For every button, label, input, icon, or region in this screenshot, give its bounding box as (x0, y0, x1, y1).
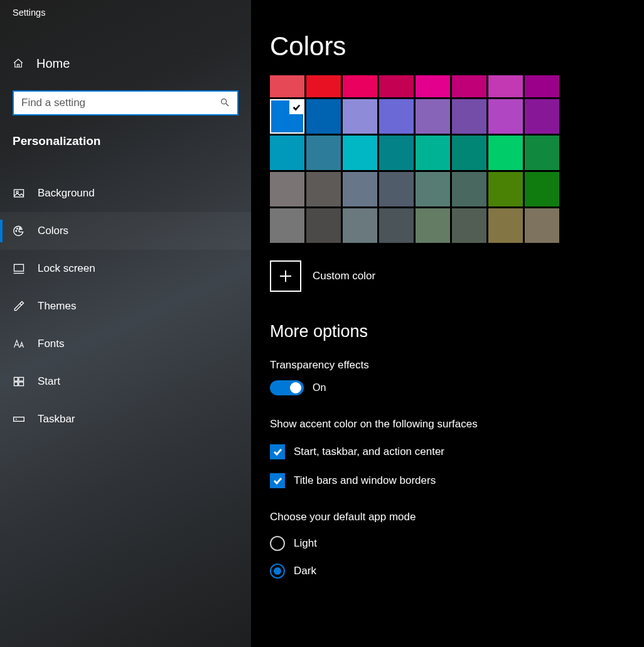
color-swatch[interactable] (306, 99, 341, 134)
color-swatch[interactable] (452, 136, 486, 170)
color-swatch[interactable] (452, 99, 486, 134)
color-swatch[interactable] (379, 75, 414, 97)
color-swatch[interactable] (306, 75, 341, 97)
main-content: Colors Custom color More options Transpa… (251, 0, 644, 647)
app-mode-option[interactable]: Dark (270, 564, 644, 579)
color-swatch[interactable] (416, 99, 450, 134)
sidebar-item-label: Taskbar (38, 413, 75, 425)
sidebar-item-colors[interactable]: Colors (0, 212, 251, 250)
taskbar-icon (13, 413, 25, 425)
palette-icon (13, 225, 25, 237)
color-swatch[interactable] (379, 172, 414, 206)
checkbox-label: Title bars and window borders (294, 474, 436, 487)
transparency-label: Transparency effects (270, 359, 644, 372)
color-swatch[interactable] (452, 75, 486, 97)
custom-color-row[interactable]: Custom color (270, 260, 644, 292)
sidebar-item-label: Start (38, 375, 60, 388)
color-swatch[interactable] (343, 99, 377, 134)
color-swatch[interactable] (270, 75, 304, 97)
sidebar-item-label: Colors (38, 225, 68, 237)
nav-home[interactable]: Home (0, 48, 251, 79)
svg-rect-11 (14, 377, 18, 381)
custom-color-label: Custom color (313, 270, 375, 282)
custom-color-button[interactable] (270, 260, 301, 292)
section-header: Personalization (0, 115, 251, 148)
svg-rect-13 (14, 382, 18, 386)
search-icon (220, 97, 230, 109)
color-swatch[interactable] (270, 208, 304, 243)
color-swatch[interactable] (525, 75, 559, 97)
nav-home-label: Home (36, 56, 70, 71)
app-title: Settings (0, 0, 251, 18)
color-swatch[interactable] (416, 136, 450, 170)
sidebar-item-fonts[interactable]: Fonts (0, 325, 251, 363)
color-swatch[interactable] (416, 75, 450, 97)
surface-check-row[interactable]: Start, taskbar, and action center (270, 444, 644, 459)
app-mode-option[interactable]: Light (270, 536, 644, 551)
radio-button[interactable] (270, 536, 285, 551)
svg-line-1 (226, 104, 228, 106)
color-swatch[interactable] (525, 172, 559, 206)
sidebar-item-start[interactable]: Start (0, 363, 251, 400)
sidebar-nav: BackgroundColorsLock screenThemesFontsSt… (0, 174, 251, 438)
color-swatch[interactable] (343, 75, 377, 97)
brush-icon (13, 300, 25, 313)
color-swatch[interactable] (306, 136, 341, 170)
color-swatch[interactable] (379, 208, 414, 243)
app-mode-options: LightDark (270, 536, 644, 579)
color-swatch[interactable] (488, 172, 523, 206)
color-swatch[interactable] (306, 172, 341, 206)
color-swatch[interactable] (343, 172, 377, 206)
surfaces-checks: Start, taskbar, and action centerTitle b… (270, 444, 644, 488)
svg-rect-7 (14, 264, 24, 271)
svg-point-0 (222, 99, 227, 104)
color-swatch[interactable] (452, 208, 486, 243)
sidebar-item-taskbar[interactable]: Taskbar (0, 400, 251, 438)
picture-icon (13, 187, 25, 200)
color-swatch[interactable] (416, 172, 450, 206)
color-swatch[interactable] (488, 136, 523, 170)
sidebar-item-label: Lock screen (38, 262, 95, 275)
checkbox[interactable] (270, 473, 285, 488)
color-swatch[interactable] (452, 172, 486, 206)
color-swatch[interactable] (343, 136, 377, 170)
svg-rect-15 (14, 417, 24, 422)
color-swatch[interactable] (525, 208, 559, 243)
radio-label: Dark (294, 565, 316, 577)
svg-rect-2 (14, 190, 24, 197)
color-swatch[interactable] (270, 172, 304, 206)
page-title: Colors (270, 31, 644, 61)
surfaces-label: Show accent color on the following surfa… (270, 418, 644, 430)
color-swatch[interactable] (525, 99, 559, 134)
sidebar-item-label: Fonts (38, 338, 65, 350)
checkbox-label: Start, taskbar, and action center (294, 446, 444, 458)
surface-check-row[interactable]: Title bars and window borders (270, 473, 644, 488)
checkbox[interactable] (270, 444, 285, 459)
color-swatch[interactable] (488, 99, 523, 134)
sidebar-item-lock-screen[interactable]: Lock screen (0, 250, 251, 287)
color-swatch[interactable] (270, 99, 304, 134)
sidebar-item-themes[interactable]: Themes (0, 287, 251, 325)
color-swatch[interactable] (306, 208, 341, 243)
color-swatch[interactable] (379, 136, 414, 170)
sidebar: Settings Home Personalization Background… (0, 0, 251, 647)
color-swatch[interactable] (343, 208, 377, 243)
start-grid-icon (13, 375, 25, 388)
color-swatch[interactable] (488, 208, 523, 243)
radio-label: Light (294, 537, 317, 550)
color-swatch[interactable] (525, 136, 559, 170)
radio-button[interactable] (270, 564, 285, 579)
home-icon (13, 58, 24, 69)
color-swatch[interactable] (379, 99, 414, 134)
color-swatch[interactable] (416, 208, 450, 243)
search-input-container[interactable] (13, 90, 239, 115)
color-swatch[interactable] (270, 136, 304, 170)
app-mode-label: Choose your default app mode (270, 511, 644, 523)
transparency-toggle[interactable] (270, 380, 304, 395)
sidebar-item-background[interactable]: Background (0, 174, 251, 212)
sidebar-item-label: Background (38, 187, 95, 200)
svg-point-4 (16, 230, 17, 232)
sidebar-item-label: Themes (38, 300, 76, 313)
search-input[interactable] (21, 97, 220, 109)
color-swatch[interactable] (488, 75, 523, 97)
